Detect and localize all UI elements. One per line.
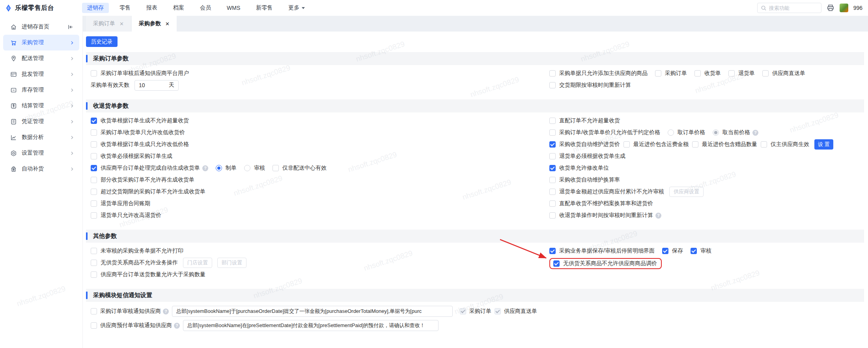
checkbox[interactable] (549, 248, 556, 254)
topnav-item-jinxiaocun[interactable]: 进销存 (82, 3, 109, 13)
settings-button[interactable]: 设 置 (814, 139, 833, 150)
checkbox[interactable] (91, 189, 97, 195)
checkbox[interactable] (549, 177, 556, 183)
store-settings-button[interactable]: 门店设置 (183, 258, 212, 268)
user-avatar[interactable] (840, 4, 848, 12)
sidebar-item-delivery[interactable]: 配送管理 (3, 51, 79, 66)
param-label[interactable]: 收货单根据订单生成只允许改低价格 (101, 141, 189, 148)
checkbox[interactable] (549, 141, 556, 148)
checkbox[interactable] (91, 177, 97, 183)
param-label[interactable]: 供应商预付单审核通知供应商 (100, 322, 172, 329)
param-label[interactable]: 退货单必须根据收货单生成 (559, 153, 625, 160)
search-box[interactable] (757, 3, 821, 13)
checkbox[interactable] (91, 141, 97, 148)
sidebar-item-wholesale[interactable]: 批发管理 (3, 66, 79, 82)
param-label[interactable]: 采购订单审核通知供应商 (100, 308, 161, 315)
param-label[interactable]: 审核 (700, 247, 711, 254)
collapse-sidebar-icon[interactable] (67, 24, 74, 30)
sms-template-input[interactable] (183, 320, 439, 331)
param-label[interactable]: 最近进价包含赠品数量 (702, 141, 757, 148)
param-label[interactable]: 超过交货期限的采购订单不允许生成收货单 (101, 188, 205, 195)
tab-purchase-params[interactable]: 采购参数 ✕ (132, 16, 177, 32)
param-label[interactable]: 无供货关系商品不允许供应商商品调价 (563, 260, 657, 267)
checkbox[interactable] (91, 200, 97, 207)
topnav-item-baobiao[interactable]: 报表 (141, 3, 162, 13)
history-button[interactable]: 历史记录 (86, 36, 118, 47)
radio-order-price[interactable] (668, 129, 674, 136)
param-label[interactable]: 采购订单 (665, 70, 687, 77)
checkbox[interactable] (662, 248, 668, 254)
checkbox[interactable] (91, 308, 97, 314)
checkbox[interactable] (549, 212, 556, 219)
checkbox[interactable] (91, 129, 97, 136)
topnav-item-wms[interactable]: WMS (222, 3, 245, 13)
search-input[interactable] (769, 5, 813, 11)
printer-icon[interactable] (827, 4, 834, 12)
param-label[interactable]: 收货单 (704, 70, 721, 77)
checkbox[interactable] (761, 141, 767, 148)
sidebar-item-settlement[interactable]: 结算管理 (3, 98, 79, 114)
supplier-settings-button[interactable]: 供应商设置 (669, 187, 704, 197)
radio-label[interactable]: 制单 (226, 165, 237, 172)
checkbox[interactable] (91, 271, 97, 278)
username[interactable]: 996 (853, 5, 862, 11)
param-label[interactable]: 直配单收货不维护档案换算率和进货价 (559, 200, 653, 207)
checkbox[interactable] (762, 70, 769, 77)
checkbox[interactable] (91, 118, 97, 124)
checkbox[interactable] (91, 212, 97, 219)
checkbox[interactable] (549, 70, 556, 77)
checkbox[interactable] (549, 82, 556, 88)
sidebar-item-analytics[interactable]: 数据分析 (3, 129, 79, 145)
param-label[interactable]: 收货单必须根据采购订单生成 (101, 153, 172, 160)
checkbox[interactable] (91, 322, 97, 329)
sidebar-item-home[interactable]: 进销存首页 (3, 19, 79, 35)
param-label[interactable]: 采购收货自动维护换算率 (559, 176, 620, 183)
checkbox[interactable] (623, 141, 630, 148)
checkbox[interactable] (692, 141, 698, 148)
param-label[interactable]: 采购订单/收货单只允许改低收货价 (101, 129, 185, 136)
sidebar-item-auto-replenish[interactable]: 自动补货 (3, 161, 79, 177)
checkbox[interactable] (91, 165, 97, 171)
param-label[interactable]: 收货单根据订单生成不允许超量收货 (101, 117, 189, 124)
param-label[interactable]: 收退货单操作时间按审核时间重新计算 (559, 212, 653, 219)
topnav-item-xinlingshou[interactable]: 新零售 (251, 3, 278, 13)
param-label[interactable]: 退货单应用合同账期 (101, 200, 150, 207)
param-label[interactable]: 退货单 (738, 70, 755, 77)
help-icon[interactable] (655, 213, 661, 219)
param-label[interactable]: 退货单只允许改高退货价 (101, 212, 161, 219)
param-label[interactable]: 采购单据只允许添加主供应商的商品 (559, 70, 648, 77)
department-settings-button[interactable]: 部门设置 (217, 258, 246, 268)
param-label[interactable]: 无供货关系商品不允许业务操作 (101, 259, 178, 266)
checkbox[interactable] (728, 70, 735, 77)
checkbox[interactable] (691, 248, 697, 254)
param-label[interactable]: 交货期限按审核时间重新计算 (559, 82, 631, 89)
sidebar-item-purchase[interactable]: 采购管理 (3, 35, 79, 51)
checkbox[interactable] (549, 200, 556, 207)
validity-days-input[interactable] (139, 82, 163, 88)
param-label[interactable]: 退货单金额超过供应商应付累计不允许审核 (559, 188, 664, 195)
help-icon[interactable] (163, 309, 169, 314)
sidebar-item-voucher[interactable]: 凭证管理 (3, 114, 79, 129)
checkbox[interactable] (694, 70, 701, 77)
checkbox[interactable] (655, 70, 661, 77)
radio-label[interactable]: 审核 (254, 165, 265, 172)
checkbox[interactable] (91, 248, 97, 254)
param-label[interactable]: 采购订单审核后通知供应商平台用户 (101, 70, 189, 77)
param-label[interactable]: 保存 (672, 247, 683, 254)
topnav-item-huiyuan[interactable]: 会员 (195, 3, 216, 13)
checkbox[interactable] (549, 118, 556, 124)
param-label[interactable]: 采购订单/收货单单价只允许低于约定价格 (559, 129, 660, 136)
param-label[interactable]: 仅非配送中心有效 (282, 165, 327, 172)
help-icon[interactable] (174, 323, 180, 329)
help-icon[interactable] (202, 165, 208, 171)
checkbox[interactable] (549, 153, 556, 159)
sms-template-input[interactable] (172, 306, 453, 317)
checkbox[interactable] (91, 70, 97, 77)
param-label[interactable]: 采购收货自动维护进货价 (559, 141, 620, 148)
radio-current-price[interactable] (713, 129, 719, 136)
topnav-item-more[interactable]: 更多 (283, 3, 310, 13)
checkbox[interactable] (553, 260, 560, 267)
param-label[interactable]: 部分收货采购订单不允许再生成收货单 (101, 176, 194, 183)
topnav-item-lingshou[interactable]: 零售 (114, 3, 136, 13)
checkbox[interactable] (273, 165, 279, 171)
